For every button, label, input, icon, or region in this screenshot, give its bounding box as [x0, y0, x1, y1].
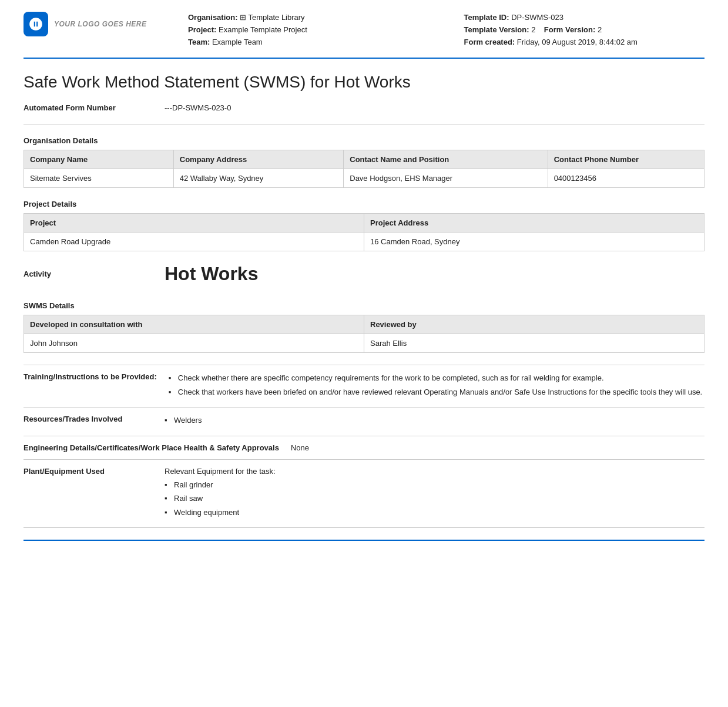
resources-list: Welders [165, 415, 704, 426]
org-col-company-name: Company Name [24, 150, 174, 169]
swms-col-consultation: Developed in consultation with [24, 315, 364, 334]
training-item-2: Check that workers have been briefed on … [169, 386, 704, 398]
swms-section: SWMS Details Developed in consultation w… [24, 299, 704, 528]
activity-label: Activity [24, 270, 165, 278]
resources-row: Resources/Trades Involved Welders [24, 407, 704, 436]
engineering-row: Engineering Details/Certificates/Work Pl… [24, 436, 704, 459]
org-line: Organisation: ⊞ Template Library [188, 12, 429, 24]
project-col-address: Project Address [364, 214, 704, 233]
org-contact-phone: 0400123456 [548, 169, 704, 188]
plant-item-2: Rail saw [165, 493, 704, 504]
project-address: 16 Camden Road, Sydney [364, 233, 704, 251]
training-item-1: Check whether there are specific compete… [169, 372, 704, 384]
project-name: Camden Road Upgrade [24, 233, 364, 251]
swms-table-header-row: Developed in consultation with Reviewed … [24, 315, 704, 334]
form-number-value: ---DP-SWMS-023-0 [165, 103, 231, 112]
activity-row: Activity Hot Works [24, 263, 704, 287]
org-details-heading: Organisation Details [24, 136, 704, 145]
project-table-header-row: Project Project Address [24, 214, 704, 233]
org-details-table: Company Name Company Address Contact Nam… [24, 150, 704, 188]
logo-text: YOUR LOGO GOES HERE [54, 20, 147, 28]
project-details-table: Project Project Address Camden Road Upgr… [24, 213, 704, 251]
version-line: Template Version: 2 Form Version: 2 [464, 24, 705, 36]
plant-content: Relevant Equipment for the task: Rail gr… [165, 467, 704, 521]
org-col-contact-name: Contact Name and Position [344, 150, 548, 169]
form-created-line: Form created: Friday, 09 August 2019, 8:… [464, 36, 705, 49]
swms-table-row: John Johnson Sarah Ellis [24, 334, 704, 353]
logo-area: YOUR LOGO GOES HERE [24, 12, 165, 36]
training-content: Check whether there are specific compete… [169, 372, 704, 400]
training-row: Training/Instructions to be Provided: Ch… [24, 365, 704, 407]
header-meta-right: Template ID: DP-SWMS-023 Template Versio… [464, 12, 705, 48]
form-number-row: Automated Form Number ---DP-SWMS-023-0 [24, 103, 704, 124]
org-company-name: Sitemate Servives [24, 169, 174, 188]
org-col-contact-phone: Contact Phone Number [548, 150, 704, 169]
plant-list: Rail grinder Rail saw Welding equipment [165, 479, 704, 519]
training-label: Training/Instructions to be Provided: [24, 372, 169, 381]
org-col-company-address: Company Address [173, 150, 344, 169]
swms-col-reviewed: Reviewed by [364, 315, 704, 334]
plant-label: Plant/Equipment Used [24, 467, 165, 476]
swms-details-heading: SWMS Details [24, 299, 704, 310]
org-company-address: 42 Wallaby Way, Sydney [173, 169, 344, 188]
team-line: Team: Example Team [188, 36, 429, 49]
header-meta: Organisation: ⊞ Template Library Project… [188, 12, 704, 48]
plant-item-1: Rail grinder [165, 479, 704, 491]
plant-item-3: Welding equipment [165, 507, 704, 519]
swms-consultation-table: Developed in consultation with Reviewed … [24, 315, 704, 353]
resources-item-1: Welders [165, 415, 704, 426]
plant-intro: Relevant Equipment for the task: [165, 467, 704, 476]
logo-icon [24, 12, 48, 36]
swms-reviewed-value: Sarah Ellis [364, 334, 704, 353]
plant-row: Plant/Equipment Used Relevant Equipment … [24, 459, 704, 528]
project-line: Project: Example Template Project [188, 24, 429, 36]
org-contact-name: Dave Hodgson, EHS Manager [344, 169, 548, 188]
header-meta-left: Organisation: ⊞ Template Library Project… [188, 12, 429, 48]
activity-value: Hot Works [165, 263, 258, 285]
project-col-project: Project [24, 214, 364, 233]
form-number-label: Automated Form Number [24, 103, 165, 112]
resources-content: Welders [165, 415, 704, 429]
training-list: Check whether there are specific compete… [169, 372, 704, 398]
template-id-line: Template ID: DP-SWMS-023 [464, 12, 705, 24]
engineering-label: Engineering Details/Certificates/Work Pl… [24, 443, 291, 452]
bottom-border [24, 540, 704, 541]
swms-consultation-value: John Johnson [24, 334, 364, 353]
page-title: Safe Work Method Statement (SWMS) for Ho… [24, 73, 704, 94]
project-details-heading: Project Details [24, 200, 704, 208]
page-header: YOUR LOGO GOES HERE Organisation: ⊞ Temp… [24, 12, 704, 59]
org-table-row: Sitemate Servives 42 Wallaby Way, Sydney… [24, 169, 704, 188]
project-table-row: Camden Road Upgrade 16 Camden Road, Sydn… [24, 233, 704, 251]
resources-label: Resources/Trades Involved [24, 415, 165, 423]
engineering-value: None [291, 443, 704, 452]
org-table-header-row: Company Name Company Address Contact Nam… [24, 150, 704, 169]
